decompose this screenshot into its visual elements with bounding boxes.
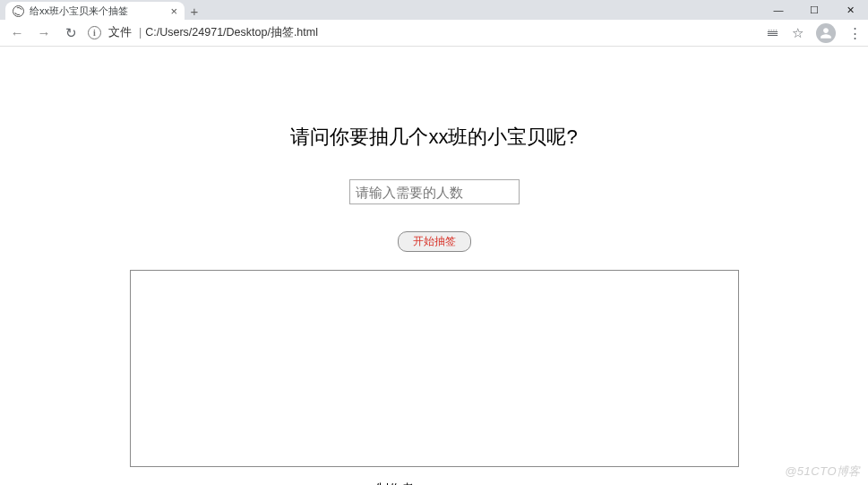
close-window-button[interactable]: ✕ <box>832 0 868 20</box>
footer-credit: 制作者：chenyu-max <box>0 481 868 485</box>
maximize-button[interactable]: ☐ <box>796 0 832 20</box>
close-tab-icon[interactable]: × <box>170 4 177 18</box>
translate-icon[interactable]: ⩸ <box>766 25 779 40</box>
url-path: C:/Users/24971/Desktop/抽签.html <box>145 26 318 39</box>
site-info-icon[interactable]: i <box>88 26 101 39</box>
page-content: 请问你要抽几个xx班的小宝贝呢? 开始抽签 制作者：chenyu-max @51… <box>0 47 868 485</box>
count-input[interactable] <box>349 179 520 204</box>
forward-button[interactable]: → <box>34 23 54 43</box>
result-box <box>130 270 739 467</box>
browser-tab[interactable]: 给xx班小宝贝来个抽签 × <box>5 2 185 20</box>
start-draw-button[interactable]: 开始抽签 <box>398 231 471 252</box>
new-tab-button[interactable]: + <box>185 2 204 20</box>
page-title: 请问你要抽几个xx班的小宝贝呢? <box>0 124 868 151</box>
profile-avatar-icon[interactable] <box>816 23 836 43</box>
toolbar-right: ⩸ ☆ ⋮ <box>766 23 861 43</box>
url-display[interactable]: 文件|C:/Users/24971/Desktop/抽签.html <box>108 25 318 40</box>
bookmark-star-icon[interactable]: ☆ <box>792 25 804 41</box>
reload-button[interactable]: ↻ <box>61 23 81 43</box>
globe-icon <box>13 5 24 17</box>
address-bar: ← → ↻ i 文件|C:/Users/24971/Desktop/抽签.htm… <box>0 20 868 47</box>
watermark: @51CTO博客 <box>785 463 861 480</box>
tab-title: 给xx班小宝贝来个抽签 <box>30 4 165 18</box>
window-controls: — ☐ ✕ <box>761 0 868 20</box>
url-separator: | <box>139 26 142 39</box>
back-button[interactable]: ← <box>7 23 27 43</box>
browser-menu-icon[interactable]: ⋮ <box>848 25 861 41</box>
url-protocol-label: 文件 <box>108 26 132 39</box>
tab-strip: 给xx班小宝贝来个抽签 × + — ☐ ✕ <box>0 0 868 20</box>
minimize-button[interactable]: — <box>761 0 796 20</box>
